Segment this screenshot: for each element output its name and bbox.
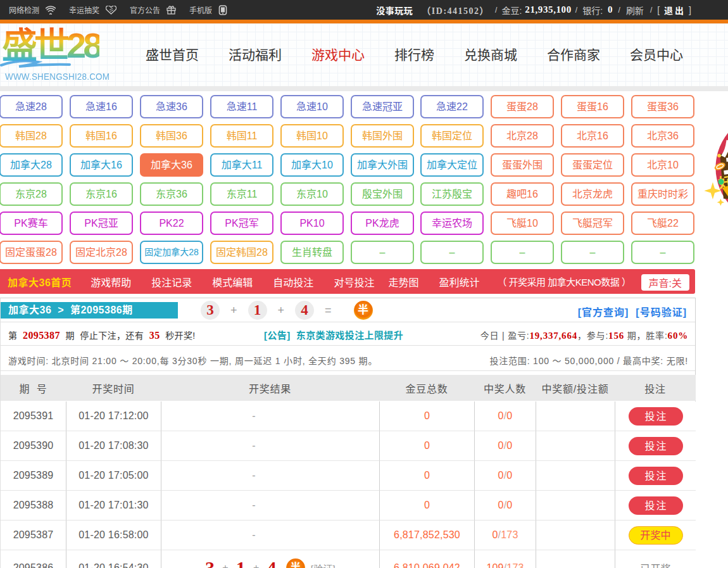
- svg-text:好运: 好运: [717, 172, 728, 191]
- svg-text:生: 生: [718, 134, 728, 180]
